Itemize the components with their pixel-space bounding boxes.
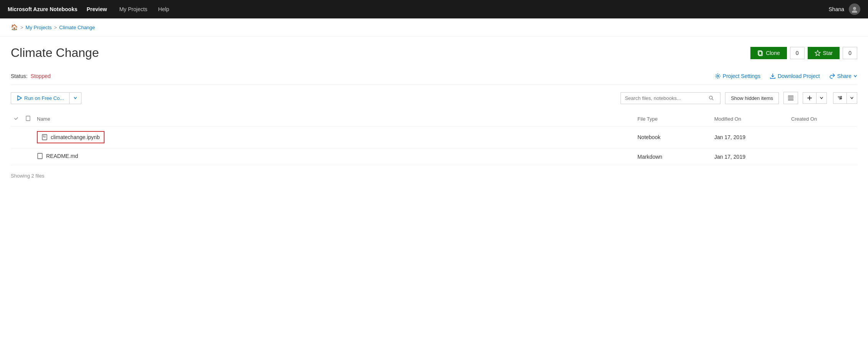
sort-chevron-icon [850, 96, 854, 100]
row-icon [22, 126, 34, 148]
add-button-group [803, 92, 827, 104]
run-button[interactable]: Run on Free Co... [11, 92, 81, 104]
file-icon-header [25, 116, 31, 121]
view-toggle-button[interactable] [783, 92, 798, 104]
list-icon [788, 95, 794, 101]
nav-links: My Projects Help [119, 6, 169, 12]
status-bar: Status: Stopped Project Settings Downloa… [11, 68, 857, 85]
file-table-body: climatechange.ipynb Notebook Jan 17, 201… [11, 126, 857, 165]
download-icon [770, 73, 776, 79]
project-header: Climate Change Clone 0 Star 0 [11, 46, 857, 60]
status-left: Status: Stopped [11, 73, 51, 79]
col-header-created: Created On [788, 112, 857, 126]
row-icon [22, 148, 34, 165]
breadcrumb-sep-1: > [20, 25, 23, 30]
share-link[interactable]: Share [829, 73, 857, 79]
star-icon [815, 50, 821, 56]
project-settings-link[interactable]: Project Settings [715, 73, 760, 79]
row-filetype: Notebook [634, 126, 711, 148]
toolbar: Run on Free Co... Show hidden items [11, 92, 857, 104]
showing-count: Showing 2 files [11, 173, 857, 179]
breadcrumb-climate-change[interactable]: Climate Change [59, 25, 95, 30]
brand-label: Microsoft Azure Notebooks [8, 6, 78, 12]
col-header-name: Name [34, 112, 634, 126]
breadcrumb-my-projects[interactable]: My Projects [26, 25, 52, 30]
add-chevron-icon [820, 96, 823, 100]
svg-point-5 [717, 75, 719, 77]
row-modified: Jan 17, 2019 [711, 148, 788, 165]
avatar[interactable] [849, 3, 860, 15]
svg-rect-10 [788, 100, 793, 100]
col-header-modified: Modified On [711, 112, 788, 126]
row-created [788, 148, 857, 165]
svg-marker-6 [18, 96, 22, 100]
clone-button[interactable]: Clone [750, 47, 787, 59]
clone-icon [757, 50, 763, 56]
share-icon [829, 73, 835, 79]
user-name: Shana [829, 6, 844, 12]
row-check[interactable] [11, 126, 22, 148]
svg-rect-15 [43, 135, 44, 137]
svg-point-0 [853, 7, 856, 10]
row-created [788, 126, 857, 148]
run-main[interactable]: Run on Free Co... [11, 93, 70, 104]
clone-count: 0 [790, 47, 805, 59]
gear-icon [715, 73, 721, 79]
svg-rect-9 [788, 98, 793, 98]
file-name-cell[interactable]: climatechange.ipynb [34, 126, 634, 148]
row-filetype: Markdown [634, 148, 711, 165]
run-dropdown-arrow[interactable] [70, 93, 81, 104]
file-name: README.md [46, 153, 78, 159]
status-label: Status: [11, 73, 28, 79]
col-header-check [11, 112, 22, 126]
add-button[interactable] [803, 93, 817, 103]
top-nav: Microsoft Azure Notebooks Preview My Pro… [0, 0, 868, 18]
breadcrumb-sep-2: > [54, 25, 57, 30]
svg-marker-4 [815, 50, 820, 56]
notebook-icon [41, 134, 48, 140]
col-header-filetype: File Type [634, 112, 711, 126]
project-title: Climate Change [11, 46, 99, 60]
sort-button-group [833, 92, 857, 104]
search-box [621, 92, 720, 104]
play-icon [17, 95, 22, 101]
add-dropdown[interactable] [817, 93, 827, 103]
svg-rect-11 [26, 116, 30, 121]
breadcrumb: 🏠 > My Projects > Climate Change [0, 18, 868, 37]
file-name-normal[interactable]: README.md [37, 153, 78, 159]
star-count: 0 [843, 47, 857, 59]
download-project-link[interactable]: Download Project [770, 73, 820, 79]
search-input[interactable] [625, 93, 705, 104]
nav-my-projects[interactable]: My Projects [119, 6, 147, 12]
top-nav-right: Shana [829, 3, 860, 15]
sort-icon [837, 95, 843, 101]
status-value: Stopped [31, 73, 51, 79]
file-table: Name File Type Modified On Created On cl… [11, 112, 857, 165]
file-name-cell[interactable]: README.md [34, 148, 634, 165]
home-icon[interactable]: 🏠 [11, 24, 18, 31]
status-actions: Project Settings Download Project Share [715, 73, 857, 79]
star-button[interactable]: Star [808, 47, 840, 59]
file-table-header: Name File Type Modified On Created On [11, 112, 857, 126]
table-row: climatechange.ipynb Notebook Jan 17, 201… [11, 126, 857, 148]
check-icon [14, 116, 18, 121]
file-name-selected[interactable]: climatechange.ipynb [37, 131, 105, 143]
preview-label: Preview [87, 6, 107, 12]
plus-icon [807, 95, 812, 101]
show-hidden-button[interactable]: Show hidden items [725, 92, 779, 104]
nav-help[interactable]: Help [158, 6, 169, 12]
svg-rect-16 [38, 153, 42, 159]
svg-rect-8 [788, 96, 793, 96]
sort-dropdown[interactable] [847, 93, 857, 103]
chevron-down-icon [73, 96, 77, 100]
col-header-icon [22, 112, 34, 126]
table-row: README.md Markdown Jan 17, 2019 [11, 148, 857, 165]
main-content: Climate Change Clone 0 Star 0 Status: [0, 37, 868, 188]
share-chevron-icon [853, 74, 857, 78]
row-check[interactable] [11, 148, 22, 165]
header-actions: Clone 0 Star 0 [750, 47, 857, 59]
row-modified: Jan 17, 2019 [711, 126, 788, 148]
svg-point-1 [852, 10, 857, 13]
file-name: climatechange.ipynb [51, 134, 100, 140]
sort-button[interactable] [833, 93, 847, 103]
